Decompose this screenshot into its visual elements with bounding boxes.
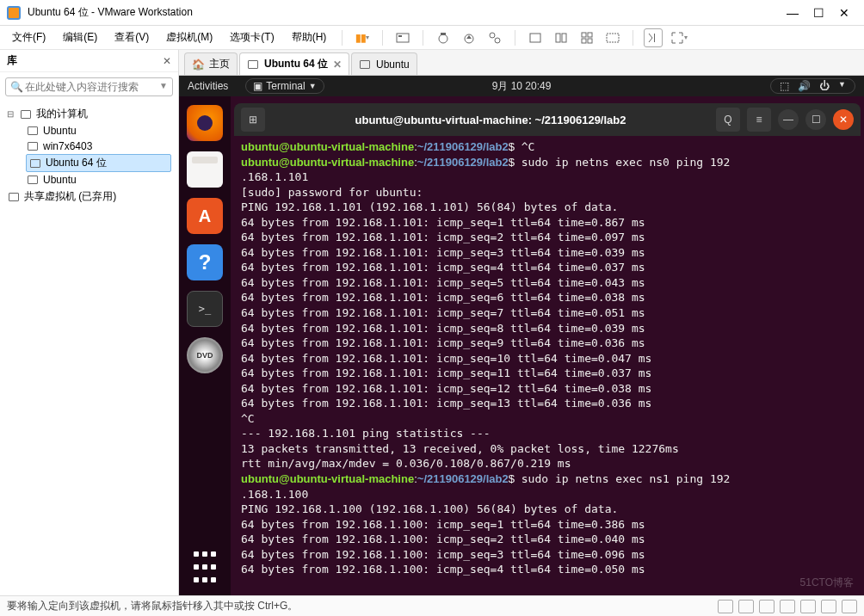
library-tree: ⊟ 我的计算机 Ubuntu win7x6403 Ubuntu 64 位 Ubu…: [0, 102, 178, 209]
app-menu-label: Terminal: [266, 80, 305, 92]
terminal-maximize-button[interactable]: ☐: [805, 109, 826, 130]
dock-show-apps[interactable]: [187, 549, 223, 585]
device-icon[interactable]: [738, 600, 754, 613]
snapshot-revert-button[interactable]: [460, 28, 478, 47]
device-icon[interactable]: [842, 600, 857, 613]
svg-rect-11: [588, 33, 592, 37]
tree-root-my-computer[interactable]: ⊟ 我的计算机: [7, 105, 171, 123]
tree-shared-label: 共享虚拟机 (已弃用): [24, 189, 116, 204]
dock-dvd-media[interactable]: DVD: [187, 337, 223, 373]
device-icon[interactable]: [759, 600, 775, 613]
menu-vm[interactable]: 虚拟机(M): [161, 28, 218, 46]
home-icon: 🏠: [192, 59, 204, 71]
svg-rect-7: [530, 34, 540, 42]
volume-icon: 🔊: [798, 80, 811, 92]
vm-icon: [26, 125, 40, 137]
terminal-new-tab-button[interactable]: ⊞: [241, 108, 265, 132]
svg-point-5: [490, 33, 495, 38]
statusbar: 要将输入定向到该虚拟机，请将鼠标指针移入其中或按 Ctrl+G。: [0, 595, 864, 616]
tree-vm-item[interactable]: Ubuntu: [26, 172, 171, 188]
view-single-button[interactable]: [526, 28, 545, 47]
device-icon[interactable]: [800, 600, 816, 613]
terminal-menu-button[interactable]: ≡: [747, 108, 771, 132]
svg-point-6: [495, 38, 500, 43]
status-menu[interactable]: ⬚ 🔊 ⏻ ▼: [770, 78, 855, 94]
vm-display[interactable]: Activities ▣ Terminal ▼ 9月 10 20:49 ⬚ 🔊 …: [179, 76, 864, 595]
menu-edit[interactable]: 编辑(E): [58, 28, 102, 46]
terminal-close-button[interactable]: ✕: [833, 109, 854, 130]
svg-point-2: [439, 34, 447, 43]
tree-vm-label: Ubuntu 64 位: [46, 156, 107, 170]
dock-firefox[interactable]: [187, 105, 223, 141]
tab-label: Ubuntu 64 位: [264, 57, 328, 71]
vmware-icon: [7, 6, 21, 20]
watermark: 51CTO博客: [800, 576, 854, 590]
exclusive-mode-button[interactable]: [644, 28, 663, 47]
tab-vm-active[interactable]: Ubuntu 64 位 ✕: [239, 52, 349, 75]
tree-vm-item[interactable]: Ubuntu: [26, 123, 171, 139]
maximize-button[interactable]: ☐: [805, 4, 831, 22]
activities-button[interactable]: Activities: [188, 80, 228, 92]
pause-icon: ▮▮: [355, 32, 366, 44]
view-grid-button[interactable]: [577, 28, 596, 47]
clock[interactable]: 9月 10 20:49: [492, 79, 552, 94]
snapshot-manager-button[interactable]: [485, 28, 504, 47]
separator: [342, 30, 343, 46]
tree-shared-vms[interactable]: 共享虚拟机 (已弃用): [7, 188, 171, 206]
dock-terminal[interactable]: [187, 291, 223, 327]
library-close-button[interactable]: ✕: [163, 55, 171, 67]
tab-vm[interactable]: Ubuntu: [351, 52, 417, 75]
svg-rect-12: [582, 39, 586, 43]
svg-rect-8: [556, 34, 560, 42]
menu-tabs[interactable]: 选项卡(T): [225, 28, 279, 46]
terminal-icon: ▣: [253, 80, 262, 92]
unity-button[interactable]: [603, 28, 622, 47]
menu-file[interactable]: 文件(F): [7, 28, 51, 46]
fullscreen-button[interactable]: ▾: [670, 28, 688, 47]
terminal-output[interactable]: ubuntu@ubuntu-virtual-machine:~/21190612…: [234, 136, 861, 595]
tree-vm-item-selected[interactable]: Ubuntu 64 位: [26, 154, 171, 172]
tab-home[interactable]: 🏠 主页: [184, 52, 238, 75]
svg-rect-10: [582, 33, 586, 37]
dock-software-center[interactable]: [187, 198, 223, 234]
menu-help[interactable]: 帮助(H): [287, 28, 332, 46]
search-icon: 🔍: [10, 81, 23, 93]
tree-root-label: 我的计算机: [36, 107, 88, 121]
app-menu-button[interactable]: ▣ Terminal ▼: [245, 78, 324, 94]
window-titlebar: Ubuntu 64 位 - VMware Workstation — ☐ ✕: [0, 0, 864, 26]
device-icon[interactable]: [718, 600, 733, 613]
tab-close-button[interactable]: ✕: [333, 59, 342, 71]
terminal-search-button[interactable]: Q: [716, 108, 740, 132]
chevron-down-icon: ▼: [838, 80, 846, 92]
library-panel: 库 ✕ 🔍 ▼ ⊟ 我的计算机 Ubuntu win7x6403 Ubuntu …: [0, 50, 179, 595]
chevron-down-icon: ▼: [309, 82, 317, 90]
device-icon[interactable]: [821, 600, 836, 613]
send-ctrl-alt-del-button[interactable]: [393, 28, 412, 47]
close-button[interactable]: ✕: [831, 4, 857, 22]
view-tile-button[interactable]: [552, 28, 571, 47]
power-pause-button[interactable]: ▮▮ ▾: [353, 28, 372, 47]
menu-view[interactable]: 查看(V): [109, 28, 154, 46]
terminal-minimize-button[interactable]: —: [778, 109, 799, 130]
tab-label: Ubuntu: [376, 59, 410, 71]
dock-files[interactable]: [187, 151, 223, 188]
computer-icon: [19, 108, 33, 120]
tree-vm-item[interactable]: win7x6403: [26, 139, 171, 154]
library-search-input[interactable]: [5, 77, 173, 96]
svg-rect-3: [441, 33, 446, 35]
search-dropdown-icon[interactable]: ▼: [159, 81, 168, 90]
snapshot-button[interactable]: [434, 28, 453, 47]
vm-icon: [28, 157, 42, 169]
separator: [633, 30, 633, 46]
minimize-button[interactable]: —: [780, 4, 805, 22]
window-title: Ubuntu 64 位 - VMware Workstation: [28, 5, 780, 20]
separator: [515, 30, 515, 46]
expander-icon[interactable]: ⊟: [7, 109, 19, 119]
tabs-row: 🏠 主页 Ubuntu 64 位 ✕ Ubuntu: [179, 50, 864, 76]
device-icon[interactable]: [780, 600, 795, 613]
svg-rect-1: [398, 35, 402, 37]
dock-help[interactable]: ?: [187, 244, 223, 280]
vm-icon: [26, 174, 40, 186]
gnome-topbar: Activities ▣ Terminal ▼ 9月 10 20:49 ⬚ 🔊 …: [179, 76, 864, 96]
tree-vm-label: win7x6403: [43, 140, 92, 152]
